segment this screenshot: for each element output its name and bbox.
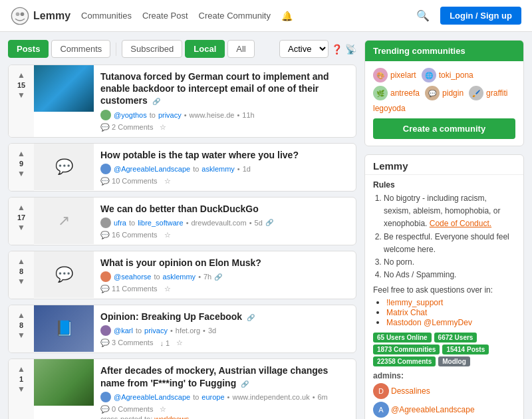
search-button[interactable]: 🔍 xyxy=(416,9,430,22)
comments-button[interactable]: 💬 11 Comments xyxy=(100,285,158,293)
logo-text: Lemmy xyxy=(33,10,70,22)
downvote-button[interactable]: ▼ xyxy=(17,223,26,232)
help-icon[interactable]: ❓ xyxy=(331,44,342,55)
save-button[interactable]: ☆ xyxy=(176,339,183,347)
post-card: ▲ 8 ▼ 📘 Opinion: Breaking Up Facebook 🔗 … xyxy=(8,305,356,353)
downvote-count: ↓ 1 xyxy=(160,339,170,347)
code-of-conduct-link[interactable]: Code of Conduct. xyxy=(430,219,491,228)
community-link[interactable]: toki_pona xyxy=(439,70,473,80)
trending-item: 💬 pidgin xyxy=(425,86,464,100)
mastodon-link[interactable]: Mastodon @LemmyDev xyxy=(386,318,472,327)
post-title-link[interactable]: How potable is the tap water where you l… xyxy=(100,150,299,160)
author-avatar xyxy=(100,164,111,174)
author-link[interactable]: @yogthos xyxy=(114,111,147,119)
post-thumb: ↗ xyxy=(34,198,94,244)
admin-list: D Dessalines A @AgreeableLandscape N @nu… xyxy=(373,383,515,419)
community-link[interactable]: legoyoda xyxy=(373,104,406,113)
post-title-link[interactable]: After decades of mockery, Austrian villa… xyxy=(100,365,328,388)
vote-col: ▲ 9 ▼ xyxy=(9,144,34,191)
lemmy-support-link[interactable]: !lemmy_support xyxy=(386,298,443,307)
post-body: Tutanova forced by German court to imple… xyxy=(94,65,356,137)
crosspost-link[interactable]: worldnews xyxy=(154,415,189,419)
nav-create-post[interactable]: Create Post xyxy=(142,11,188,21)
author-link[interactable]: @seahorse xyxy=(114,273,151,281)
login-button[interactable]: Login / Sign up xyxy=(440,7,521,25)
community-link[interactable]: privacy xyxy=(144,327,168,335)
upvote-button[interactable]: ▲ xyxy=(17,149,26,158)
header-nav: Communities Create Post Create Community… xyxy=(81,11,293,21)
upvote-button[interactable]: ▲ xyxy=(17,70,26,80)
downvote-button[interactable]: ▼ xyxy=(17,384,26,394)
author-avatar xyxy=(100,217,111,228)
community-link[interactable]: asklemmy xyxy=(163,273,196,281)
save-button[interactable]: ☆ xyxy=(160,405,166,414)
admins-section: admins: D Dessalines A @AgreeableLandsca… xyxy=(373,370,515,419)
post-title-link[interactable]: Opinion: Breaking Up Facebook xyxy=(100,311,242,322)
trending-item: legoyoda xyxy=(373,104,406,113)
save-button[interactable]: ☆ xyxy=(160,123,166,132)
community-link[interactable]: graffiti xyxy=(486,88,507,98)
comments-button[interactable]: 💬 10 Comments xyxy=(100,177,158,186)
sort-select[interactable]: Active Hot New Top xyxy=(279,40,329,58)
upvote-button[interactable]: ▲ xyxy=(17,257,26,266)
post-title: Tutanova forced by German court to imple… xyxy=(100,70,349,107)
modlog-link[interactable]: Modlog xyxy=(438,356,470,366)
vote-col: ▲ 15 ▼ xyxy=(9,65,34,137)
comments-button[interactable]: 💬 2 Comments xyxy=(100,123,153,132)
author-link[interactable]: @AgreeableLandscape xyxy=(114,165,190,173)
comments-button[interactable]: 💬 16 Comments xyxy=(100,231,158,239)
tab-posts[interactable]: Posts xyxy=(8,40,49,58)
admin-link[interactable]: Dessalines xyxy=(391,386,430,396)
community-link[interactable]: pidgin xyxy=(442,88,464,98)
downvote-button[interactable]: ▼ xyxy=(17,277,26,286)
external-link-icon: 🔗 xyxy=(241,380,249,388)
post-thumb: 💬 xyxy=(34,144,94,190)
post-title-link[interactable]: We can do better than DuckDuckGo xyxy=(100,204,259,214)
post-meta: @seahorse to asklemmy • 7h 🔗 xyxy=(100,271,349,282)
nav-communities[interactable]: Communities xyxy=(81,11,132,21)
comments-button[interactable]: 💬 0 Comments xyxy=(100,405,153,414)
community-link[interactable]: europe xyxy=(201,393,224,401)
notifications-icon[interactable]: 🔔 xyxy=(281,11,293,21)
logo-link[interactable]: Lemmy xyxy=(11,7,70,25)
tab-local[interactable]: Local xyxy=(185,40,225,58)
author-link[interactable]: ufra xyxy=(114,219,126,227)
community-link[interactable]: pixelart xyxy=(390,70,416,80)
post-card: ▲ 1 ▼ After decades of mockery, Austrian… xyxy=(8,358,356,419)
community-link[interactable]: asklemmy xyxy=(201,165,235,173)
post-actions: 💬 16 Comments ☆ xyxy=(100,231,349,239)
post-body: Opinion: Breaking Up Facebook 🔗 @karl to… xyxy=(94,305,356,352)
save-button[interactable]: ☆ xyxy=(164,231,171,239)
matrix-link[interactable]: Matrix Chat xyxy=(386,308,427,317)
downvote-button[interactable]: ▼ xyxy=(17,169,26,178)
mod-icon: 🔗 xyxy=(214,273,222,281)
nav-create-community[interactable]: Create Community xyxy=(199,11,271,21)
post-actions: 💬 0 Comments ☆ xyxy=(100,405,349,414)
author-link[interactable]: @karl xyxy=(114,327,133,335)
save-button[interactable]: ☆ xyxy=(164,285,171,293)
post-title-link[interactable]: Tutanova forced by German court to imple… xyxy=(100,71,329,106)
admin-item: D Dessalines xyxy=(373,383,430,399)
tab-subscribed[interactable]: Subscribed xyxy=(122,40,182,58)
community-link[interactable]: privacy xyxy=(158,111,182,119)
separator: • xyxy=(170,327,173,335)
upvote-button[interactable]: ▲ xyxy=(17,364,26,374)
save-button[interactable]: ☆ xyxy=(164,177,171,186)
lemmy-card-body: Rules No bigotry - including racism, sex… xyxy=(365,175,523,419)
tab-all[interactable]: All xyxy=(227,40,254,58)
admin-link[interactable]: @AgreeableLandscape xyxy=(391,405,475,414)
author-link[interactable]: @AgreeableLandscape xyxy=(114,393,190,401)
link-lemmy-support: !lemmy_support xyxy=(386,297,515,307)
rss-icon[interactable]: 📡 xyxy=(345,44,356,55)
post-meta: @yogthos to privacy • www.heise.de • 11h xyxy=(100,110,349,120)
upvote-button[interactable]: ▲ xyxy=(17,203,26,212)
upvote-button[interactable]: ▲ xyxy=(17,311,26,320)
downvote-button[interactable]: ▼ xyxy=(17,90,26,100)
tab-comments[interactable]: Comments xyxy=(51,40,110,58)
comments-button[interactable]: 💬 3 Comments xyxy=(100,339,153,347)
community-link[interactable]: libre_software xyxy=(138,219,183,227)
create-community-button[interactable]: Create a community xyxy=(373,118,515,139)
community-link[interactable]: antreefa xyxy=(390,88,420,98)
post-title-link[interactable]: What is your opinion on Elon Musk? xyxy=(100,257,261,268)
downvote-button[interactable]: ▼ xyxy=(17,331,26,340)
